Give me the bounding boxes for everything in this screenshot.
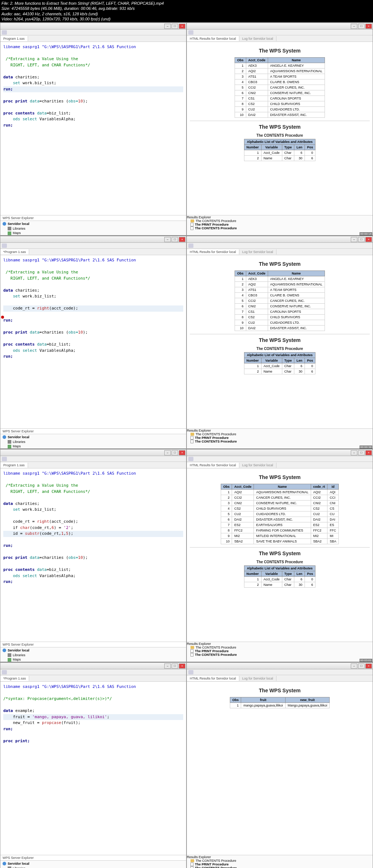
frame-4: –□× *Program 1.sas libname sasprg1 "G:\W… (0, 662, 373, 868)
results-viewer: The WPS System ObsAcct_CodeName1AEK3ANGE… (187, 255, 373, 428)
results-explorer-tab[interactable]: Results Explorer (187, 215, 373, 219)
tool-icon[interactable] (2, 30, 7, 35)
tab-log[interactable]: Log for Servidor local (239, 36, 276, 41)
toolbar (0, 30, 186, 35)
tool-icon[interactable] (188, 30, 193, 35)
timestamp: 00:00:14 (360, 232, 372, 236)
data-table: ObsAcct_CodeName1AEK3ANGELA E. KEARNEY2A… (235, 57, 325, 118)
tree-server[interactable]: Servidor local (3, 222, 184, 226)
maximize-button[interactable]: □ (172, 24, 178, 29)
frame-2: –□× *Program 1.sas libname sasprg1 "G:\W… (0, 236, 373, 449)
editor-tabs: Program 1.sas (0, 35, 186, 42)
left-pane: – □ × Program 1.sas libname sasprg1 "G:\… (0, 23, 186, 236)
tree-maps[interactable]: Maps (3, 231, 184, 236)
media-info-header: File: 2. More functions to Extract Text … (0, 0, 373, 22)
code-editor[interactable]: libname sasprg1 "G:\WPS\SASPRG1\Part 2\1… (0, 682, 186, 855)
attrs-table: Alphabetic List of Variables and Attribu… (244, 139, 316, 161)
wps-server-explorer: WPS Server Explorer Servidor local Libra… (0, 215, 186, 235)
frame-1: – □ × Program 1.sas libname sasprg1 "G:\… (0, 22, 373, 236)
tree-contents[interactable]: The CONTENTS Procedure (187, 219, 373, 223)
minimize-button[interactable]: – (164, 24, 171, 29)
close-button[interactable]: × (179, 24, 185, 29)
minimize-button[interactable]: – (351, 24, 357, 29)
tree-libraries[interactable]: Libraries (3, 226, 184, 231)
tab-program[interactable]: Program 1.sas (0, 36, 28, 41)
toolbar (187, 30, 373, 35)
code-editor[interactable]: libname sasprg1 "G:\WPS\SASPRG1\Part 2\1… (0, 255, 186, 428)
explorer-tab[interactable]: WPS Server Explorer (0, 215, 186, 221)
window-titlebar: – □ × (0, 23, 186, 30)
tab-html-results[interactable]: HTML Results for Servidor local (187, 36, 239, 41)
tree-contents2[interactable]: The CONTENTS Procedure (187, 226, 373, 230)
right-pane: –□× HTML Results for Servidor localLog f… (186, 236, 373, 449)
results-viewer: The WPS System ObsAcct_CodeName1AEK3ANGE… (187, 42, 373, 215)
window-titlebar: – □ × (187, 23, 373, 30)
tree-print[interactable]: The PRINT Procedure (187, 223, 373, 226)
tab-program[interactable]: *Program 1.sas (0, 249, 29, 254)
maximize-button[interactable]: □ (358, 24, 365, 29)
frame-3: –□× Program 1.sas libname sasprg1 "G:\WP… (0, 449, 373, 662)
results-explorer: Results Explorer The CONTENTS Procedure … (187, 215, 373, 235)
close-button[interactable]: × (365, 24, 372, 29)
code-editor[interactable]: libname sasprg1 "G:\WPS\SASPRG1\Part 2\1… (0, 468, 186, 642)
code-editor[interactable]: libname sasprg1 "G:\WPS\SASPRG1\Part 2\1… (0, 42, 186, 215)
left-pane: –□× *Program 1.sas libname sasprg1 "G:\W… (0, 236, 186, 449)
right-pane: – □ × HTML Results for Servidor local Lo… (186, 23, 373, 236)
results-tabs: HTML Results for Servidor local Log for … (187, 35, 373, 42)
